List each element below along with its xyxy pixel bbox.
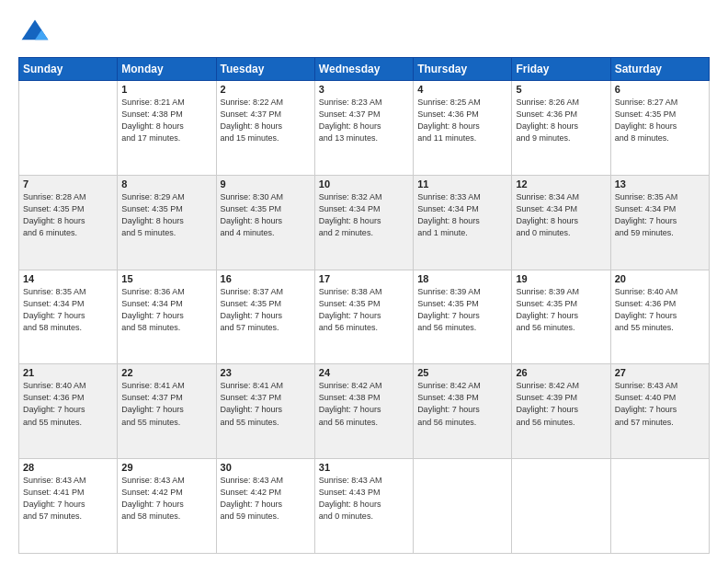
- calendar-week-row: 7Sunrise: 8:28 AMSunset: 4:35 PMDaylight…: [19, 175, 710, 270]
- calendar-cell: 12Sunrise: 8:34 AMSunset: 4:34 PMDayligh…: [512, 175, 610, 270]
- calendar-cell: 13Sunrise: 8:35 AMSunset: 4:34 PMDayligh…: [610, 175, 709, 270]
- calendar-cell: 6Sunrise: 8:27 AMSunset: 4:35 PMDaylight…: [610, 81, 709, 176]
- day-info: Sunrise: 8:39 AMSunset: 4:35 PMDaylight:…: [417, 286, 507, 334]
- day-info: Sunrise: 8:21 AMSunset: 4:38 PMDaylight:…: [121, 97, 211, 144]
- calendar-cell: 11Sunrise: 8:33 AMSunset: 4:34 PMDayligh…: [414, 175, 512, 270]
- day-number: 26: [516, 367, 606, 378]
- calendar-cell: 3Sunrise: 8:23 AMSunset: 4:37 PMDaylight…: [314, 81, 413, 176]
- calendar-cell: 15Sunrise: 8:36 AMSunset: 4:34 PMDayligh…: [118, 270, 216, 364]
- day-info: Sunrise: 8:34 AMSunset: 4:34 PMDaylight:…: [516, 191, 606, 239]
- day-info: Sunrise: 8:40 AMSunset: 4:36 PMDaylight:…: [615, 286, 705, 334]
- day-number: 29: [121, 462, 211, 473]
- day-number: 2: [221, 84, 311, 95]
- calendar-cell: 20Sunrise: 8:40 AMSunset: 4:36 PMDayligh…: [610, 270, 709, 364]
- calendar-cell: 16Sunrise: 8:37 AMSunset: 4:35 PMDayligh…: [216, 270, 314, 364]
- day-number: 31: [319, 462, 409, 473]
- calendar-cell: [414, 459, 512, 554]
- day-number: 18: [417, 273, 507, 284]
- day-number: 23: [221, 367, 311, 378]
- calendar-cell: [512, 459, 610, 554]
- calendar-cell: 26Sunrise: 8:42 AMSunset: 4:39 PMDayligh…: [512, 364, 610, 459]
- calendar-cell: 18Sunrise: 8:39 AMSunset: 4:35 PMDayligh…: [414, 270, 512, 364]
- day-info: Sunrise: 8:39 AMSunset: 4:35 PMDaylight:…: [516, 286, 606, 334]
- day-number: 13: [615, 178, 705, 190]
- day-number: 9: [221, 178, 311, 190]
- calendar-week-row: 21Sunrise: 8:40 AMSunset: 4:36 PMDayligh…: [19, 364, 710, 459]
- day-info: Sunrise: 8:43 AMSunset: 4:42 PMDaylight:…: [221, 475, 311, 523]
- day-of-week-sunday: Sunday: [19, 58, 118, 81]
- day-number: 24: [319, 367, 409, 378]
- calendar-cell: 4Sunrise: 8:25 AMSunset: 4:36 PMDaylight…: [414, 81, 512, 176]
- day-info: Sunrise: 8:43 AMSunset: 4:42 PMDaylight:…: [121, 475, 211, 523]
- day-info: Sunrise: 8:25 AMSunset: 4:36 PMDaylight:…: [417, 97, 507, 144]
- day-info: Sunrise: 8:27 AMSunset: 4:35 PMDaylight:…: [615, 97, 705, 144]
- day-number: 21: [23, 367, 113, 378]
- day-number: 25: [417, 367, 507, 378]
- day-number: 10: [319, 178, 409, 190]
- day-number: 6: [615, 84, 705, 95]
- calendar-cell: 22Sunrise: 8:41 AMSunset: 4:37 PMDayligh…: [118, 364, 216, 459]
- day-info: Sunrise: 8:22 AMSunset: 4:37 PMDaylight:…: [221, 97, 311, 144]
- day-number: 15: [121, 273, 211, 284]
- day-of-week-saturday: Saturday: [610, 58, 709, 81]
- day-number: 28: [23, 462, 113, 473]
- calendar-cell: 23Sunrise: 8:41 AMSunset: 4:37 PMDayligh…: [216, 364, 314, 459]
- day-number: 8: [121, 178, 211, 190]
- day-of-week-wednesday: Wednesday: [314, 58, 413, 81]
- day-info: Sunrise: 8:29 AMSunset: 4:35 PMDaylight:…: [121, 191, 211, 239]
- day-info: Sunrise: 8:38 AMSunset: 4:35 PMDaylight:…: [319, 286, 409, 334]
- day-number: 14: [23, 273, 113, 284]
- header: [18, 17, 710, 50]
- day-number: 1: [121, 84, 211, 95]
- day-info: Sunrise: 8:43 AMSunset: 4:43 PMDaylight:…: [319, 475, 409, 523]
- day-info: Sunrise: 8:42 AMSunset: 4:38 PMDaylight:…: [417, 380, 507, 428]
- calendar-cell: 7Sunrise: 8:28 AMSunset: 4:35 PMDaylight…: [19, 175, 118, 270]
- day-info: Sunrise: 8:42 AMSunset: 4:39 PMDaylight:…: [516, 380, 606, 428]
- day-info: Sunrise: 8:41 AMSunset: 4:37 PMDaylight:…: [121, 380, 211, 428]
- calendar-cell: 30Sunrise: 8:43 AMSunset: 4:42 PMDayligh…: [216, 459, 314, 554]
- day-number: 11: [417, 178, 507, 190]
- calendar-cell: 28Sunrise: 8:43 AMSunset: 4:41 PMDayligh…: [19, 459, 118, 554]
- day-number: 30: [221, 462, 311, 473]
- day-info: Sunrise: 8:32 AMSunset: 4:34 PMDaylight:…: [319, 191, 409, 239]
- day-number: 16: [221, 273, 311, 284]
- day-number: 4: [417, 84, 507, 95]
- calendar-cell: 2Sunrise: 8:22 AMSunset: 4:37 PMDaylight…: [216, 81, 314, 176]
- calendar-cell: 21Sunrise: 8:40 AMSunset: 4:36 PMDayligh…: [19, 364, 118, 459]
- day-info: Sunrise: 8:30 AMSunset: 4:35 PMDaylight:…: [221, 191, 311, 239]
- page: SundayMondayTuesdayWednesdayThursdayFrid…: [0, 0, 728, 563]
- calendar-cell: [19, 81, 118, 176]
- calendar-cell: 14Sunrise: 8:35 AMSunset: 4:34 PMDayligh…: [19, 270, 118, 364]
- calendar-cell: 24Sunrise: 8:42 AMSunset: 4:38 PMDayligh…: [314, 364, 413, 459]
- day-number: 20: [615, 273, 705, 284]
- day-info: Sunrise: 8:36 AMSunset: 4:34 PMDaylight:…: [121, 286, 211, 334]
- calendar-cell: 9Sunrise: 8:30 AMSunset: 4:35 PMDaylight…: [216, 175, 314, 270]
- day-info: Sunrise: 8:43 AMSunset: 4:41 PMDaylight:…: [23, 475, 113, 523]
- calendar-cell: 29Sunrise: 8:43 AMSunset: 4:42 PMDayligh…: [118, 459, 216, 554]
- calendar-cell: 10Sunrise: 8:32 AMSunset: 4:34 PMDayligh…: [314, 175, 413, 270]
- day-number: 12: [516, 178, 606, 190]
- day-info: Sunrise: 8:26 AMSunset: 4:36 PMDaylight:…: [516, 97, 606, 144]
- day-info: Sunrise: 8:43 AMSunset: 4:40 PMDaylight:…: [615, 380, 705, 428]
- calendar-cell: [610, 459, 709, 554]
- day-of-week-tuesday: Tuesday: [216, 58, 314, 81]
- day-of-week-monday: Monday: [118, 58, 216, 81]
- day-info: Sunrise: 8:41 AMSunset: 4:37 PMDaylight:…: [221, 380, 311, 428]
- day-info: Sunrise: 8:40 AMSunset: 4:36 PMDaylight:…: [23, 380, 113, 428]
- day-info: Sunrise: 8:35 AMSunset: 4:34 PMDaylight:…: [23, 286, 113, 334]
- calendar-header-row: SundayMondayTuesdayWednesdayThursdayFrid…: [19, 58, 710, 81]
- day-number: 3: [319, 84, 409, 95]
- logo: [18, 17, 55, 50]
- calendar-week-row: 1Sunrise: 8:21 AMSunset: 4:38 PMDaylight…: [19, 81, 710, 176]
- day-number: 19: [516, 273, 606, 284]
- day-number: 22: [121, 367, 211, 378]
- calendar-table: SundayMondayTuesdayWednesdayThursdayFrid…: [18, 57, 710, 554]
- day-info: Sunrise: 8:28 AMSunset: 4:35 PMDaylight:…: [23, 191, 113, 239]
- day-number: 17: [319, 273, 409, 284]
- day-number: 27: [615, 367, 705, 378]
- day-of-week-friday: Friday: [512, 58, 610, 81]
- day-number: 7: [23, 178, 113, 190]
- calendar-week-row: 28Sunrise: 8:43 AMSunset: 4:41 PMDayligh…: [19, 459, 710, 554]
- day-info: Sunrise: 8:23 AMSunset: 4:37 PMDaylight:…: [319, 97, 409, 144]
- day-info: Sunrise: 8:37 AMSunset: 4:35 PMDaylight:…: [221, 286, 311, 334]
